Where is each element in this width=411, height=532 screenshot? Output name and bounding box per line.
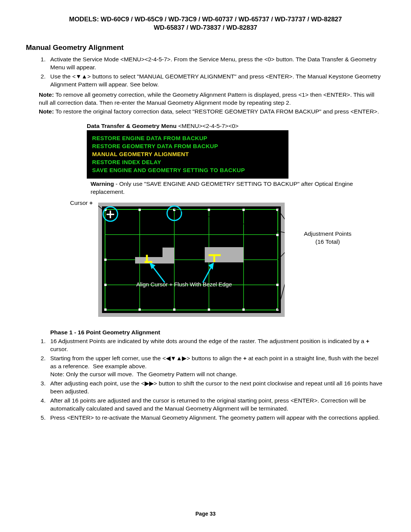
menu-item: RESTORE GEOMETRY DATA FROM BACKUP <box>92 142 283 150</box>
page-footer: Page 33 <box>0 511 411 517</box>
intro-step: Use the <▼▲> buttons to select "MANUAL G… <box>47 73 385 89</box>
page-header: MODELS: WD-60C9 / WD-65C9 / WD-73C9 / WD… <box>26 15 385 32</box>
phase-1-steps: 16 Adjustment Points are indicated by wh… <box>47 337 385 422</box>
figure-caption: Align Cursor + Flush With Bezel Edge <box>136 281 232 288</box>
svg-rect-26 <box>104 308 107 311</box>
intro-step: Activate the Service Mode <MENU><2-4-5-7… <box>47 56 385 72</box>
menu-item: SAVE ENGINE AND GEOMETRY SETTING TO BACK… <box>92 166 283 174</box>
svg-rect-30 <box>242 308 245 311</box>
menu-caption-rest: <MENU><2-4-5-7><0> <box>177 123 239 129</box>
geometry-alignment-diagram: Align Cursor + Flush With Bezel Edge <box>98 203 285 317</box>
svg-rect-24 <box>104 284 107 286</box>
svg-rect-19 <box>208 209 210 211</box>
phase-step: Starting from the upper left corner, use… <box>47 355 385 379</box>
intro-steps-list: Activate the Service Mode <MENU><2-4-5-7… <box>47 56 385 89</box>
note-2: Note: To restore the original factory co… <box>39 108 385 116</box>
phase-step: After all 16 points are adjusted and the… <box>47 397 385 413</box>
note-label: Note: <box>39 108 54 115</box>
phase-1-title: Phase 1 - 16 Point Geometry Alignment <box>50 329 385 336</box>
phase-step: Press <ENTER> to re-activate the Manual … <box>47 414 385 422</box>
warning-rest: - Only use "SAVE ENGINE AND GEOMETRY SET… <box>91 181 353 195</box>
warning-text: Warning - Only use "SAVE ENGINE AND GEOM… <box>91 180 385 196</box>
svg-rect-27 <box>139 308 141 311</box>
note-text: To remove all geometry correction, while… <box>39 91 374 106</box>
svg-rect-23 <box>276 234 279 236</box>
menu-caption-bold: Data Transfer & Geometry Menu <box>87 123 177 129</box>
phase-step: After adjusting each point, use the <▶▶>… <box>47 380 385 396</box>
svg-rect-29 <box>208 308 210 311</box>
section-title: Manual Geometry Alignment <box>26 43 385 52</box>
menu-item: RESTORE ENGINE DATA FROM BACKUP <box>92 134 283 142</box>
menu-caption: Data Transfer & Geometry Menu <MENU><2-4… <box>87 123 385 129</box>
menu-item-selected: MANUAL GEOMETRY ALIGNMENT <box>92 150 283 158</box>
header-line-2: WD-65837 / WD-73837 / WD-82837 <box>26 24 385 32</box>
svg-rect-25 <box>276 284 279 286</box>
phase-step: 16 Adjustment Points are indicated by wh… <box>47 337 385 353</box>
note-label: Note: <box>39 91 54 98</box>
menu-item: RESTORE INDEX DELAY <box>92 158 283 166</box>
svg-rect-17 <box>139 209 141 211</box>
warning-label: Warning <box>91 181 114 187</box>
data-transfer-menu: RESTORE ENGINE DATA FROM BACKUP RESTORE … <box>87 130 288 179</box>
cursor-label: Cursor + <box>70 200 93 206</box>
svg-rect-20 <box>242 209 245 211</box>
svg-rect-22 <box>104 259 107 261</box>
adjustment-points-label: Adjustment Points (16 Total) <box>299 230 356 245</box>
note-1: Note: To remove all geometry correction,… <box>39 91 385 107</box>
alignment-figure: Cursor + Adjustment Points (16 Total) <box>26 200 385 318</box>
svg-rect-28 <box>173 308 175 311</box>
note-text: To restore the original factory correcti… <box>56 108 379 115</box>
header-line-1: MODELS: WD-60C9 / WD-65C9 / WD-73C9 / WD… <box>26 15 385 24</box>
